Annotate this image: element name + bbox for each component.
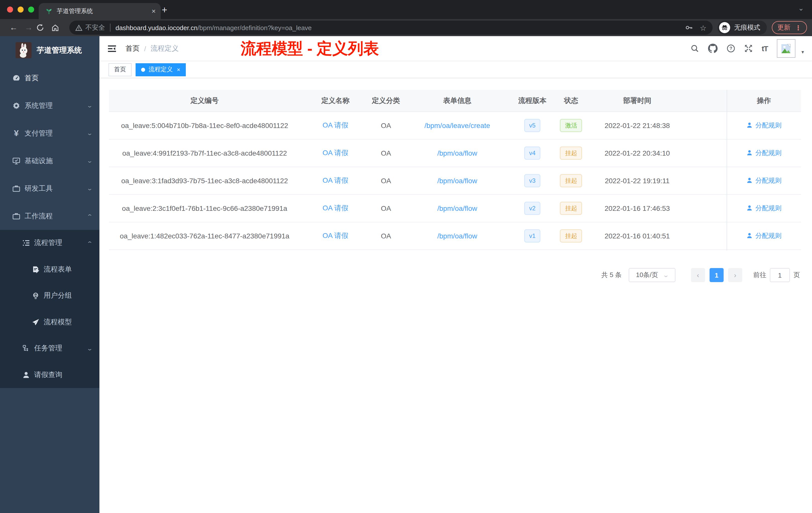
assign-rule-button[interactable]: 分配规则 [746, 121, 781, 130]
sidebar-item-home[interactable]: 首页 [0, 64, 99, 92]
close-window-button[interactable] [7, 6, 13, 12]
definition-name-link[interactable]: OA 请假 [323, 232, 348, 239]
tag-home[interactable]: 首页 [109, 63, 132, 76]
app-header: 首页 / 流程定义 ? tT [99, 36, 812, 61]
definition-id: oa_leave:2:3c1f0ef1-76b1-11ec-9c66-a2380… [109, 204, 300, 212]
sidebar-item-leave-query[interactable]: 请假查询 [0, 362, 99, 388]
fixed-column-divider [727, 90, 727, 250]
browser-toolbar: ← → 不安全 dashboard.yudao.iocoder.cn /bpm/… [0, 19, 812, 36]
pagination-total: 共 5 条 [601, 271, 622, 280]
browser-update-button[interactable]: 更新 ⋮ [772, 21, 807, 34]
status-badge: 激活 [560, 119, 582, 132]
macos-window-controls[interactable] [7, 6, 34, 12]
breadcrumb-current: 流程定义 [151, 44, 179, 53]
fullscreen-icon[interactable] [744, 44, 753, 53]
sidebar-item-task-management[interactable]: 任务管理 ⌄ [0, 335, 99, 362]
definition-name-link[interactable]: OA 请假 [323, 176, 348, 184]
table-row: oa_leave:2:3c1f0ef1-76b1-11ec-9c66-a2380… [109, 195, 801, 222]
next-page-button[interactable]: › [728, 268, 742, 282]
address-bar[interactable]: 不安全 dashboard.yudao.iocoder.cn /bpm/mana… [69, 21, 713, 35]
list-tree-icon [22, 239, 30, 247]
password-key-icon[interactable] [685, 24, 693, 32]
sidebar-item-user-group[interactable]: 用户分组 [0, 282, 99, 309]
reload-button[interactable] [36, 24, 51, 32]
column-header: 操作 [727, 96, 801, 105]
deploy-time: 2022-01-22 20:34:10 [590, 149, 684, 157]
table-row: oa_leave:5:004b710b-7b8a-11ec-8ef0-acde4… [109, 112, 801, 140]
tab-search-caret-icon[interactable]: ⌄ [798, 4, 804, 12]
definition-name-link[interactable]: OA 请假 [323, 149, 348, 157]
version-badge: v2 [524, 202, 540, 215]
forward-button[interactable]: → [21, 23, 36, 32]
chevron-down-icon: ⌄ [86, 130, 93, 137]
maximize-window-button[interactable] [28, 6, 34, 12]
assign-rule-button[interactable]: 分配规则 [746, 176, 781, 185]
version-badge: v1 [524, 230, 540, 242]
definition-category: OA [370, 149, 402, 157]
form-link[interactable]: /bpm/oa/flow [437, 177, 477, 185]
breadcrumb-home[interactable]: 首页 [125, 44, 140, 53]
new-tab-button[interactable]: + [162, 4, 167, 16]
deploy-time: 2022-01-22 21:48:38 [590, 121, 684, 129]
sidebar-item-payment-management[interactable]: ¥ 支付管理 ⌄ [0, 119, 99, 147]
not-secure-label[interactable]: 不安全 [85, 23, 105, 32]
back-button[interactable]: ← [6, 23, 21, 32]
form-link[interactable]: /bpm/oa/leave/create [424, 121, 490, 129]
avatar-caret-icon[interactable]: ▾ [802, 49, 804, 55]
breadcrumb-separator: / [144, 44, 146, 53]
goto-label: 前往 [753, 271, 766, 280]
font-size-icon[interactable]: tT [762, 44, 768, 53]
sidebar-item-process-form[interactable]: 流程表单 [0, 256, 99, 282]
app-page: 芋道管理系统 首页 系统管理 ⌄ ¥ 支付管理 ⌄ [0, 36, 812, 513]
form-link[interactable]: /bpm/oa/flow [437, 204, 477, 212]
assign-rule-button[interactable]: 分配规则 [746, 204, 781, 213]
column-header: 部署时间 [590, 96, 684, 105]
chevron-down-icon: ⌄ [86, 102, 93, 109]
page-number-1[interactable]: 1 [709, 268, 724, 282]
bookmark-star-icon[interactable]: ☆ [700, 24, 706, 31]
tag-process-definition[interactable]: 流程定义 × [136, 63, 186, 76]
definition-name-link[interactable]: OA 请假 [323, 121, 348, 129]
avatar[interactable] [777, 39, 795, 58]
form-link[interactable]: /bpm/oa/flow [437, 149, 477, 157]
update-label[interactable]: 更新 [777, 23, 790, 32]
sidebar-item-process-management[interactable]: 流程管理 ⌄ [0, 230, 99, 256]
tab-strip: 芋道管理系统 × + ⌄ [0, 0, 812, 19]
home-button[interactable] [51, 24, 66, 32]
browser-tab[interactable]: 芋道管理系统 × [39, 3, 161, 19]
definition-name-link[interactable]: OA 请假 [323, 204, 348, 212]
prev-page-button[interactable]: ‹ [691, 268, 705, 282]
tab-close-icon[interactable]: × [152, 7, 156, 14]
browser-window: 芋道管理系统 × + ⌄ ← → 不安全 dashboard.yudao.ioc… [0, 0, 812, 513]
sidebar-item-infrastructure[interactable]: 基础设施 ⌄ [0, 147, 99, 175]
table-row: oa_leave:1:482ec033-762a-11ec-8477-a2380… [109, 222, 801, 250]
briefcase-icon [12, 184, 21, 193]
table-row: oa_leave:3:1fad3d93-7b75-11ec-a3c8-acde4… [109, 167, 801, 195]
assign-rule-button[interactable]: 分配规则 [746, 149, 781, 158]
chevron-up-icon: ⌄ [86, 240, 93, 246]
sidebar-fold-icon[interactable] [107, 43, 117, 54]
sidebar-item-dev-tools[interactable]: 研发工具 ⌄ [0, 175, 99, 202]
sidebar-item-process-model[interactable]: 流程模型 [0, 309, 99, 335]
url-host: dashboard.yudao.iocoder.cn [116, 24, 198, 31]
page-annotation: 流程模型 - 定义列表 [240, 38, 379, 59]
page-size-select[interactable]: 10条/页 ⌄ [629, 268, 675, 282]
sidebar-item-system-management[interactable]: 系统管理 ⌄ [0, 92, 99, 119]
github-icon[interactable] [708, 44, 718, 53]
header-actions: ? tT ▾ [691, 39, 804, 58]
assign-rule-button[interactable]: 分配规则 [746, 232, 781, 240]
not-secure-warning-icon[interactable] [75, 24, 82, 31]
sidebar-item-workflow[interactable]: 工作流程 ⌄ [0, 202, 99, 230]
status-badge: 挂起 [560, 174, 582, 187]
form-link[interactable]: /bpm/oa/flow [437, 232, 477, 240]
version-badge: v5 [524, 119, 540, 132]
definition-table: 定义编号 定义名称 定义分类 表单信息 流程版本 状态 部署时间 操作 oa_l… [109, 90, 801, 250]
app-logo-row[interactable]: 芋道管理系统 [0, 36, 99, 64]
help-icon[interactable]: ? [727, 44, 735, 53]
tag-close-icon[interactable]: × [177, 66, 180, 73]
column-header: 流程版本 [513, 96, 552, 105]
browser-menu-icon[interactable]: ⋮ [795, 24, 802, 31]
goto-page-input[interactable] [770, 268, 790, 282]
minimize-window-button[interactable] [18, 6, 24, 12]
search-icon[interactable] [691, 44, 699, 53]
